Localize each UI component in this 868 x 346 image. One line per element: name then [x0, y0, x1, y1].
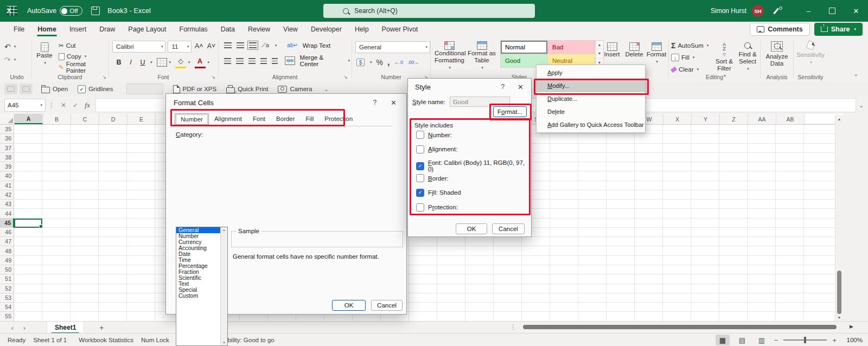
grid-cell-ab48[interactable]: [776, 246, 804, 255]
grid-cell-e48[interactable]: [127, 246, 155, 255]
grid-cell-t45[interactable]: [550, 219, 578, 228]
row-header-45[interactable]: 45: [0, 219, 14, 228]
grid-cell-w50[interactable]: [635, 265, 663, 274]
grid-cell-e37[interactable]: [127, 144, 155, 153]
grid-cell-s48[interactable]: [522, 246, 550, 255]
column-header-a[interactable]: A: [15, 114, 43, 124]
grid-cell-p50[interactable]: [437, 265, 465, 274]
grid-cell-z54[interactable]: [719, 303, 748, 312]
grid-cell-ab46[interactable]: [776, 228, 804, 237]
grid-cell-w55[interactable]: [635, 312, 663, 321]
row-header-53[interactable]: 53: [0, 293, 14, 303]
grid-cell-c43[interactable]: [71, 200, 99, 209]
row-header-42[interactable]: 42: [0, 190, 14, 200]
grid-cell-a44[interactable]: [14, 209, 42, 218]
comma-style-button[interactable]: ,: [387, 57, 390, 67]
qat-custom-button-2[interactable]: [20, 84, 33, 94]
grid-cell-e47[interactable]: [127, 237, 155, 246]
grid-cell-x42[interactable]: [663, 190, 691, 200]
grid-cell-a54[interactable]: [14, 303, 42, 312]
context-menu-item-add-gallery-to-quick-access-toolbar[interactable]: Add Gallery to Quick Access Toolbar: [537, 118, 645, 131]
grid-cell-aa45[interactable]: [748, 219, 776, 228]
grid-cell-c39[interactable]: [71, 162, 99, 171]
grid-cell-ab45[interactable]: [776, 219, 804, 228]
select-all-corner[interactable]: [0, 114, 15, 124]
grid-cell-d46[interactable]: [99, 228, 127, 237]
grid-cell-w51[interactable]: [635, 274, 663, 284]
grid-cell-a35[interactable]: [14, 125, 42, 134]
grid-cell-y35[interactable]: [691, 125, 719, 134]
scroll-right-icon[interactable]: ▶: [850, 324, 853, 329]
ribbon-tab-help[interactable]: Help: [349, 22, 375, 37]
grid-cell-t40[interactable]: [550, 171, 578, 181]
grid-cell-u37[interactable]: [578, 144, 607, 153]
accounting-format-button[interactable]: $: [356, 59, 365, 66]
grid-cell-y46[interactable]: [691, 228, 719, 237]
borders-button[interactable]: [157, 58, 167, 67]
grid-cell-o55[interactable]: [409, 312, 437, 321]
grid-cell-x40[interactable]: [663, 171, 691, 181]
grid-cell-r53[interactable]: [494, 293, 522, 303]
bold-button[interactable]: B: [113, 57, 124, 68]
format-cells-button[interactable]: Format▾: [646, 39, 667, 65]
category-scrollbar[interactable]: ▲▼: [220, 227, 227, 345]
grid-cell-y55[interactable]: [691, 312, 719, 321]
grid-cell-u38[interactable]: [578, 153, 607, 162]
grid-cell-w38[interactable]: [635, 153, 663, 162]
row-header-54[interactable]: 54: [0, 303, 14, 312]
column-header-y[interactable]: Y: [692, 114, 720, 124]
grid-cell-c50[interactable]: [71, 265, 99, 274]
grid-cell-t44[interactable]: [550, 209, 578, 218]
comments-button[interactable]: Comments: [750, 23, 810, 36]
grid-cell-v44[interactable]: [607, 209, 635, 218]
grid-cell-u49[interactable]: [578, 256, 607, 265]
grid-cell-a36[interactable]: [14, 134, 42, 143]
category-listbox[interactable]: GeneralNumberCurrencyAccountingDateTimeP…: [176, 227, 228, 346]
column-header-aa[interactable]: AA: [748, 114, 776, 124]
grid-cell-ab55[interactable]: [776, 312, 804, 321]
grid-cell-s55[interactable]: [522, 312, 550, 321]
grid-cell-b39[interactable]: [42, 162, 71, 171]
grid-cell-y50[interactable]: [691, 265, 719, 274]
shrink-font-button[interactable]: A˅: [206, 41, 216, 52]
grid-cell-u55[interactable]: [578, 312, 607, 321]
grid-cell-t37[interactable]: [550, 144, 578, 153]
grid-cell-c54[interactable]: [71, 303, 99, 312]
grid-cell-b55[interactable]: [42, 312, 71, 321]
grid-cell-t47[interactable]: [550, 237, 578, 246]
grid-cell-o50[interactable]: [409, 265, 437, 274]
grid-cell-v42[interactable]: [607, 190, 635, 200]
expand-formula-bar-icon[interactable]: ⌄: [859, 102, 864, 108]
grid-cell-ab38[interactable]: [776, 153, 804, 162]
close-button[interactable]: ✕: [844, 0, 868, 22]
column-header-c[interactable]: C: [71, 114, 99, 124]
grid-cell-c45[interactable]: [71, 219, 99, 228]
grid-cell-e38[interactable]: [127, 153, 155, 162]
grid-cell-w44[interactable]: [635, 209, 663, 218]
grid-cell-y39[interactable]: [691, 162, 719, 171]
grid-cell-b42[interactable]: [42, 190, 71, 200]
grid-cell-c38[interactable]: [71, 153, 99, 162]
row-header-39[interactable]: 39: [0, 162, 14, 171]
grid-cell-c35[interactable]: [71, 125, 99, 134]
grid-cell-c47[interactable]: [71, 237, 99, 246]
grid-cell-w54[interactable]: [635, 303, 663, 312]
grid-cell-u46[interactable]: [578, 228, 607, 237]
grid-cell-c53[interactable]: [71, 293, 99, 303]
grid-cell-u39[interactable]: [578, 162, 607, 171]
grid-cell-b48[interactable]: [42, 246, 71, 255]
grid-cell-d47[interactable]: [99, 237, 127, 246]
context-menu-item-delete[interactable]: Delete: [537, 105, 645, 118]
grid-cell-a42[interactable]: [14, 190, 42, 200]
grid-cell-aa37[interactable]: [748, 144, 776, 153]
context-menu-item-duplicate[interactable]: Duplicate...: [537, 92, 645, 105]
grid-cell-s52[interactable]: [522, 284, 550, 293]
grid-cell-w49[interactable]: [635, 256, 663, 265]
grid-cell-aa40[interactable]: [748, 171, 776, 181]
grid-cell-u53[interactable]: [578, 293, 607, 303]
grid-cell-e55[interactable]: [127, 312, 155, 321]
grid-cell-t46[interactable]: [550, 228, 578, 237]
grid-cell-d35[interactable]: [99, 125, 127, 134]
qat-custom-button-1[interactable]: [4, 84, 17, 94]
next-sheet-icon[interactable]: ›: [18, 324, 30, 332]
